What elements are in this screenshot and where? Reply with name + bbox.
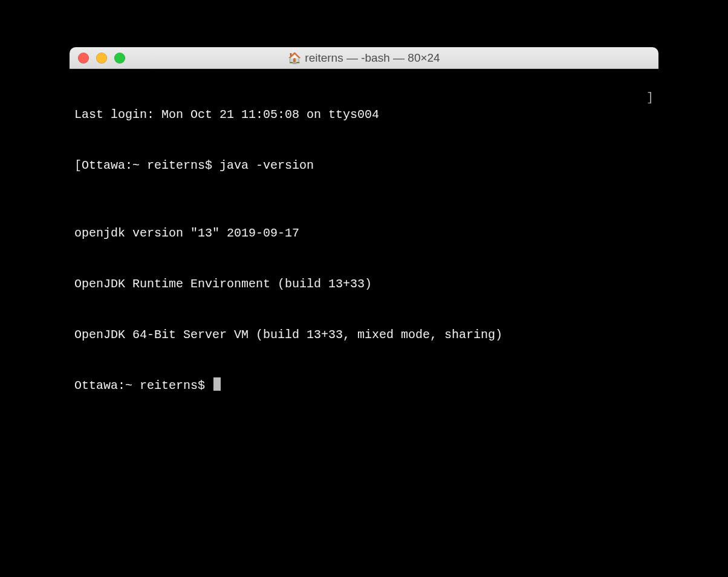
zoom-button[interactable] xyxy=(114,53,125,64)
window-title-text: reiterns — -bash — 80×24 xyxy=(305,51,440,65)
prompt-line-1: [Ottawa:~ reiterns$ java -version xyxy=(74,157,654,174)
window-title: 🏠 reiterns — -bash — 80×24 xyxy=(70,51,658,65)
home-icon: 🏠 xyxy=(288,53,301,64)
output-line-1: openjdk version "13" 2019-09-17 xyxy=(74,225,654,242)
command-1: java -version xyxy=(219,158,314,172)
prompt-line-2: Ottawa:~ reiterns$ xyxy=(74,377,654,394)
last-login-line: Last login: Mon Oct 21 11:05:08 on ttys0… xyxy=(74,106,654,123)
terminal-body[interactable]: Last login: Mon Oct 21 11:05:08 on ttys0… xyxy=(70,69,658,486)
left-bracket-glyph: [ xyxy=(74,158,82,172)
right-bracket-glyph: ] xyxy=(646,90,654,106)
traffic-lights xyxy=(70,53,125,64)
titlebar[interactable]: 🏠 reiterns — -bash — 80×24 xyxy=(70,47,658,69)
cursor xyxy=(213,377,221,391)
prompt-2: Ottawa:~ reiterns$ xyxy=(74,379,212,393)
prompt-1: Ottawa:~ reiterns$ xyxy=(82,158,219,172)
terminal-window: 🏠 reiterns — -bash — 80×24 Last login: M… xyxy=(70,47,658,486)
minimize-button[interactable] xyxy=(96,53,107,64)
close-button[interactable] xyxy=(78,53,89,64)
output-line-3: OpenJDK 64-Bit Server VM (build 13+33, m… xyxy=(74,327,654,344)
output-line-2: OpenJDK Runtime Environment (build 13+33… xyxy=(74,276,654,293)
